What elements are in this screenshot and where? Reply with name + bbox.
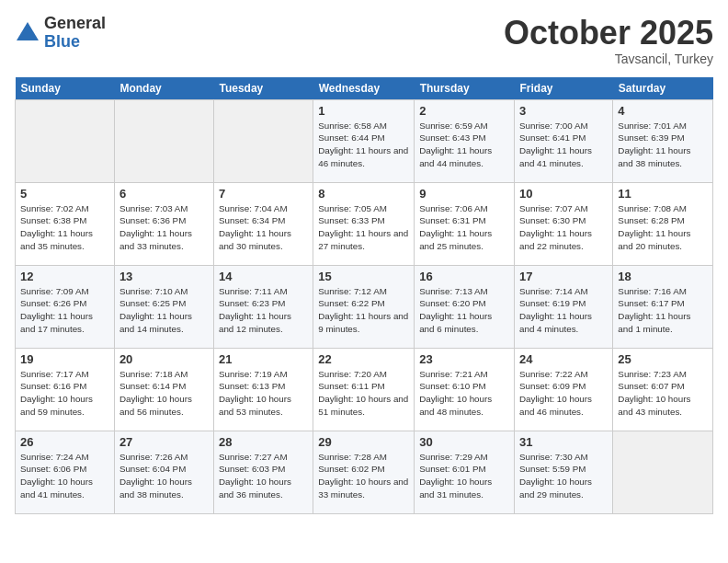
day-cell: 24Sunrise: 7:22 AMSunset: 6:09 PMDayligh…: [515, 348, 613, 431]
day-info: Sunrise: 7:08 AMSunset: 6:28 PMDaylight:…: [618, 202, 708, 253]
day-cell: 16Sunrise: 7:13 AMSunset: 6:20 PMDayligh…: [415, 265, 515, 348]
day-cell: 20Sunrise: 7:18 AMSunset: 6:14 PMDayligh…: [114, 348, 213, 431]
day-cell: 4Sunrise: 7:01 AMSunset: 6:39 PMDaylight…: [613, 99, 713, 182]
day-info: Sunrise: 7:00 AMSunset: 6:41 PMDaylight:…: [519, 120, 608, 170]
day-info: Sunrise: 7:12 AMSunset: 6:22 PMDaylight:…: [318, 285, 409, 336]
day-cell: 23Sunrise: 7:21 AMSunset: 6:10 PMDayligh…: [415, 348, 515, 431]
day-cell: 29Sunrise: 7:28 AMSunset: 6:02 PMDayligh…: [313, 431, 415, 513]
week-row-1: 1Sunrise: 6:58 AMSunset: 6:44 PMDaylight…: [16, 99, 713, 182]
day-cell: 6Sunrise: 7:03 AMSunset: 6:36 PMDaylight…: [114, 182, 213, 265]
day-cell: 8Sunrise: 7:05 AMSunset: 6:33 PMDaylight…: [313, 182, 415, 265]
day-cell: 26Sunrise: 7:24 AMSunset: 6:06 PMDayligh…: [16, 431, 115, 513]
day-number: 7: [219, 187, 308, 201]
day-number: 23: [419, 352, 509, 366]
day-info: Sunrise: 7:18 AMSunset: 6:14 PMDaylight:…: [119, 368, 209, 419]
day-cell: 10Sunrise: 7:07 AMSunset: 6:30 PMDayligh…: [515, 182, 613, 265]
col-header-tuesday: Tuesday: [213, 77, 313, 100]
day-number: 5: [20, 187, 109, 201]
logo-text: General Blue: [44, 15, 106, 52]
day-info: Sunrise: 7:05 AMSunset: 6:33 PMDaylight:…: [318, 202, 409, 253]
title-block: October 2025 Tavsancil, Turkey: [504, 15, 713, 66]
day-number: 20: [119, 352, 209, 366]
week-row-5: 26Sunrise: 7:24 AMSunset: 6:06 PMDayligh…: [16, 431, 713, 513]
svg-marker-0: [17, 22, 39, 40]
day-cell: 21Sunrise: 7:19 AMSunset: 6:13 PMDayligh…: [213, 348, 313, 431]
day-cell: 12Sunrise: 7:09 AMSunset: 6:26 PMDayligh…: [16, 265, 115, 348]
day-info: Sunrise: 7:30 AMSunset: 5:59 PMDaylight:…: [519, 451, 608, 501]
day-cell: 5Sunrise: 7:02 AMSunset: 6:38 PMDaylight…: [16, 182, 115, 265]
day-info: Sunrise: 7:06 AMSunset: 6:31 PMDaylight:…: [419, 202, 509, 253]
col-header-saturday: Saturday: [613, 77, 713, 100]
day-number: 8: [318, 187, 409, 201]
page-header: General Blue October 2025 Tavsancil, Tur…: [15, 15, 713, 66]
day-number: 19: [20, 352, 109, 366]
day-cell: 17Sunrise: 7:14 AMSunset: 6:19 PMDayligh…: [515, 265, 613, 348]
day-number: 6: [119, 187, 209, 201]
day-info: Sunrise: 7:27 AMSunset: 6:03 PMDaylight:…: [219, 451, 308, 501]
day-info: Sunrise: 7:23 AMSunset: 6:07 PMDaylight:…: [618, 368, 708, 419]
day-info: Sunrise: 7:13 AMSunset: 6:20 PMDaylight:…: [419, 285, 509, 336]
day-cell: 1Sunrise: 6:58 AMSunset: 6:44 PMDaylight…: [313, 99, 415, 182]
day-cell: 9Sunrise: 7:06 AMSunset: 6:31 PMDaylight…: [415, 182, 515, 265]
day-info: Sunrise: 7:24 AMSunset: 6:06 PMDaylight:…: [20, 451, 109, 501]
day-cell: 30Sunrise: 7:29 AMSunset: 6:01 PMDayligh…: [415, 431, 515, 513]
week-row-4: 19Sunrise: 7:17 AMSunset: 6:16 PMDayligh…: [16, 348, 713, 431]
day-cell: 3Sunrise: 7:00 AMSunset: 6:41 PMDaylight…: [515, 99, 613, 182]
day-cell: [16, 99, 115, 182]
day-number: 4: [618, 104, 708, 118]
day-info: Sunrise: 7:14 AMSunset: 6:19 PMDaylight:…: [519, 285, 608, 336]
day-number: 15: [318, 270, 409, 283]
day-number: 9: [419, 187, 509, 201]
day-cell: 18Sunrise: 7:16 AMSunset: 6:17 PMDayligh…: [613, 265, 713, 348]
day-info: Sunrise: 7:17 AMSunset: 6:16 PMDaylight:…: [20, 368, 109, 419]
day-number: 28: [219, 435, 308, 449]
day-cell: 31Sunrise: 7:30 AMSunset: 5:59 PMDayligh…: [515, 431, 613, 513]
day-info: Sunrise: 7:28 AMSunset: 6:02 PMDaylight:…: [318, 451, 409, 501]
day-cell: 25Sunrise: 7:23 AMSunset: 6:07 PMDayligh…: [613, 348, 713, 431]
day-info: Sunrise: 7:04 AMSunset: 6:34 PMDaylight:…: [219, 202, 308, 253]
day-number: 30: [419, 435, 509, 449]
day-cell: 15Sunrise: 7:12 AMSunset: 6:22 PMDayligh…: [313, 265, 415, 348]
logo-blue: Blue: [44, 33, 106, 52]
day-cell: 28Sunrise: 7:27 AMSunset: 6:03 PMDayligh…: [213, 431, 313, 513]
day-number: 29: [318, 435, 409, 449]
day-info: Sunrise: 7:19 AMSunset: 6:13 PMDaylight:…: [219, 368, 308, 419]
logo-icon: [15, 20, 40, 46]
col-header-thursday: Thursday: [415, 77, 515, 100]
day-info: Sunrise: 7:20 AMSunset: 6:11 PMDaylight:…: [318, 368, 409, 419]
day-info: Sunrise: 7:03 AMSunset: 6:36 PMDaylight:…: [119, 202, 209, 253]
day-info: Sunrise: 6:59 AMSunset: 6:43 PMDaylight:…: [419, 120, 509, 170]
day-number: 1: [318, 104, 409, 118]
day-number: 24: [519, 352, 608, 366]
day-cell: [213, 99, 313, 182]
day-cell: [114, 99, 213, 182]
day-info: Sunrise: 7:01 AMSunset: 6:39 PMDaylight:…: [618, 120, 708, 170]
day-cell: [613, 431, 713, 513]
day-number: 31: [519, 435, 608, 449]
day-info: Sunrise: 7:07 AMSunset: 6:30 PMDaylight:…: [519, 202, 608, 253]
day-number: 25: [618, 352, 708, 366]
day-info: Sunrise: 7:02 AMSunset: 6:38 PMDaylight:…: [20, 202, 109, 253]
header-row: SundayMondayTuesdayWednesdayThursdayFrid…: [16, 77, 713, 100]
col-header-friday: Friday: [515, 77, 613, 100]
week-row-2: 5Sunrise: 7:02 AMSunset: 6:38 PMDaylight…: [16, 182, 713, 265]
day-info: Sunrise: 7:11 AMSunset: 6:23 PMDaylight:…: [219, 285, 308, 336]
day-info: Sunrise: 7:16 AMSunset: 6:17 PMDaylight:…: [618, 285, 708, 336]
location: Tavsancil, Turkey: [504, 52, 713, 66]
day-info: Sunrise: 7:09 AMSunset: 6:26 PMDaylight:…: [20, 285, 109, 336]
day-info: Sunrise: 7:10 AMSunset: 6:25 PMDaylight:…: [119, 285, 209, 336]
day-number: 27: [119, 435, 209, 449]
month-title: October 2025: [504, 15, 713, 52]
day-cell: 7Sunrise: 7:04 AMSunset: 6:34 PMDaylight…: [213, 182, 313, 265]
day-number: 12: [20, 270, 109, 283]
week-row-3: 12Sunrise: 7:09 AMSunset: 6:26 PMDayligh…: [16, 265, 713, 348]
day-cell: 13Sunrise: 7:10 AMSunset: 6:25 PMDayligh…: [114, 265, 213, 348]
day-number: 17: [519, 270, 608, 283]
day-number: 16: [419, 270, 509, 283]
day-number: 10: [519, 187, 608, 201]
day-number: 2: [419, 104, 509, 118]
day-info: Sunrise: 7:21 AMSunset: 6:10 PMDaylight:…: [419, 368, 509, 419]
day-number: 11: [618, 187, 708, 201]
day-info: Sunrise: 7:22 AMSunset: 6:09 PMDaylight:…: [519, 368, 608, 419]
day-number: 18: [618, 270, 708, 283]
